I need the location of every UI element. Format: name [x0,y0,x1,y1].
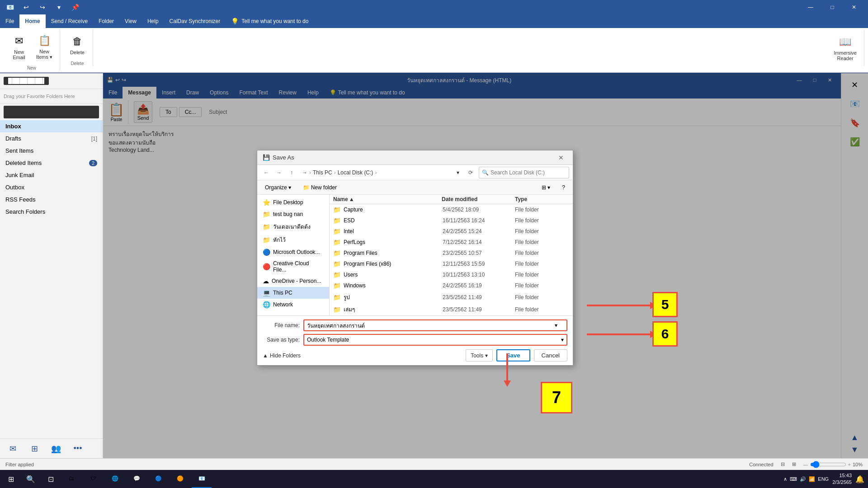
tab-view[interactable]: View [119,14,142,28]
dialog-close-button[interactable]: ✕ [555,151,567,164]
new-items-button[interactable]: 📋 NewItems ▾ [33,32,56,62]
sidebar-this-pc[interactable]: 💻 This PC [257,287,329,299]
tab-caldav[interactable]: CalDav Synchronizer [164,14,226,28]
taskbar-discord[interactable]: 🔵 [148,470,168,488]
col-header-name[interactable]: Name▲ [333,196,441,202]
nav-calendar-icon[interactable]: ⊞ [27,441,42,456]
path-search-input[interactable] [491,169,566,176]
file-row[interactable]: 📁 Users 10/11/2563 13:10 File folder [330,269,573,280]
tab-home[interactable]: Home [19,14,45,28]
start-button[interactable]: ⊞ [2,470,20,488]
zoom-out-icon[interactable]: — [803,462,808,467]
path-back-button[interactable]: ← [261,167,272,178]
breadcrumb-dropdown-icon[interactable]: ▾ [457,169,459,176]
path-forward-button[interactable]: → [274,167,284,178]
view-options-button[interactable]: ⊞ ▾ [538,183,554,192]
new-email-button[interactable]: ✉ NewEmail [7,32,31,62]
search-button[interactable]: 🔍 [22,470,40,488]
tab-help[interactable]: Help [142,14,164,28]
taskbar-edge[interactable]: 🌐 [105,470,125,488]
taskbar-clock[interactable]: 15:43 2/3/2565 [832,472,852,486]
path-refresh-button[interactable]: ⟳ [464,166,477,179]
file-row[interactable]: 📁 เล่มๆ 23/5/2562 11:49 File folder [330,303,573,315]
sidebar-file-desktop[interactable]: ⭐ File Desktop [257,197,329,208]
breadcrumb-this-pc[interactable]: This PC [313,169,332,176]
undo-icon[interactable]: ↩ [20,1,33,14]
lang-label[interactable]: ENG [818,476,829,482]
file-row[interactable]: 📁 Capture 5/4/2562 18:09 File folder [330,204,573,215]
close-button[interactable]: ✕ [844,0,864,14]
file-row[interactable]: 📁 Intel 24/2/2565 15:24 File folder [330,226,573,237]
sidebar-folder4[interactable]: 📁 หักไว้ [257,233,329,246]
immersive-reader-button[interactable]: 📖 ImmersiveReader [830,33,860,63]
help-icon: ? [562,184,565,191]
file-row[interactable]: 📁 Program Files (x86) 12/11/2563 15:59 F… [330,258,573,269]
hide-folders-button[interactable]: ▲ Hide Folders [263,352,301,359]
file-name-dropdown-icon[interactable]: ▾ [555,322,557,328]
folder-search[interactable]: Search Folders [0,206,103,218]
file-row-name: Windows [344,282,443,289]
folder-sent[interactable]: Sent Items [0,145,103,157]
sidebar-creative[interactable]: 🔴 Creative Cloud File... [257,258,329,275]
file-row-icon: 📁 [333,228,341,235]
save-button[interactable]: Save [496,349,530,361]
folder-outbox[interactable]: Outbox [0,181,103,193]
task-view-button[interactable]: ⊡ [42,470,60,488]
nav-more-icon[interactable]: ••• [71,441,85,456]
path-breadcrumb[interactable]: → › This PC › Local Disk (C:) › ▾ [299,168,462,177]
cancel-button[interactable]: Cancel [534,349,567,361]
file-row[interactable]: 📁 Program Files 23/2/2565 10:57 File fol… [330,248,573,258]
dialog-help-button[interactable]: ? [558,183,569,192]
col-header-type[interactable]: Type [515,196,569,202]
folder-drafts[interactable]: Drafts [1] [0,132,103,145]
view-normal-icon[interactable]: ⊟ [781,461,785,467]
nav-contacts-icon[interactable]: 👥 [49,441,63,456]
folder-deleted[interactable]: Deleted Items 2 [0,157,103,169]
delete-button[interactable]: 🗑 Delete [66,33,89,57]
volume-icon[interactable]: 🔊 [800,476,806,482]
taskbar-line[interactable]: 💬 [127,470,146,488]
file-row-name: Intel [344,228,443,235]
keyboard-icon[interactable]: ⌨ [790,476,797,482]
organize-button[interactable]: Organize ▾ [261,183,295,192]
file-name-input[interactable] [307,322,555,328]
taskbar-outlook[interactable]: 📧 [192,470,212,488]
folder-rss[interactable]: RSS Feeds [0,193,103,206]
view-compact-icon[interactable]: ⊞ [792,461,796,467]
col-header-date[interactable]: Date modified [442,196,514,202]
file-row-date: 7/12/2562 16:14 [443,239,515,245]
tray-chevron[interactable]: ∧ [783,476,787,482]
tools-button[interactable]: Tools ▾ [466,349,493,361]
sidebar-test-bug[interactable]: 📁 test bug nan [257,208,329,220]
taskbar-shield[interactable]: 🛡 [83,470,103,488]
file-row[interactable]: 📁 ESD 16/11/2563 16:24 File folder [330,215,573,226]
sidebar-network[interactable]: 🌐 Network [257,299,329,310]
path-up-button[interactable]: ↑ [286,167,297,178]
pin-icon[interactable]: 📌 [69,1,81,14]
notification-icon[interactable]: 🔔 [855,475,864,483]
file-row[interactable]: 📁 รูป 23/5/2562 11:49 File folder [330,291,573,303]
minimize-button[interactable]: — [800,0,821,14]
zoom-slider[interactable] [810,461,846,468]
tab-folder[interactable]: Folder [93,14,119,28]
folder-junk[interactable]: Junk Email [0,169,103,181]
file-row[interactable]: 📁 Windows 24/2/2565 16:19 File folder [330,280,573,291]
customize-icon[interactable]: ▾ [52,1,65,14]
folder-inbox[interactable]: Inbox [0,120,103,132]
redo-icon[interactable]: ↪ [36,1,49,14]
breadcrumb-local-disk[interactable]: Local Disk (C:) [338,169,373,176]
tab-send-receive[interactable]: Send / Receive [46,14,93,28]
file-row[interactable]: 📁 PerfLogs 7/12/2562 16:14 File folder [330,237,573,248]
taskbar-chrome[interactable]: 🟠 [170,470,190,488]
save-type-select[interactable]: Outlook Template ▾ [303,334,567,346]
wifi-icon[interactable]: 📶 [809,476,815,482]
new-folder-button[interactable]: 📁 New folder [299,183,341,192]
tab-file[interactable]: File [0,14,19,28]
zoom-in-icon[interactable]: + [848,462,851,467]
sidebar-folder3[interactable]: 📁 วันเดอเนาดีดต้ง [257,220,329,233]
sidebar-outlook[interactable]: 🔵 Microsoft Outlook... [257,246,329,258]
sidebar-onedrive[interactable]: ☁ OneDrive - Person... [257,275,329,287]
maximize-button[interactable]: □ [822,0,843,14]
nav-mail-icon[interactable]: ✉ [5,441,20,456]
taskbar-explorer[interactable]: 🗂 [61,470,81,488]
